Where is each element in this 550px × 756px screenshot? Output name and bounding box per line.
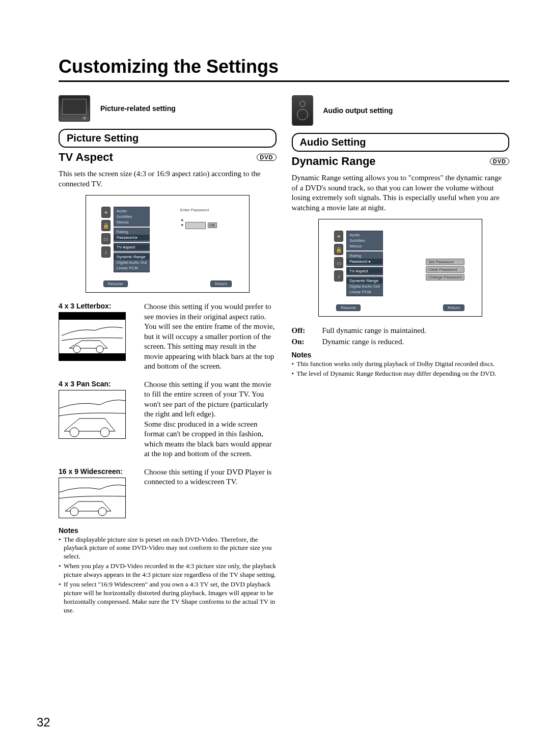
- osd-icon: ♪: [334, 270, 343, 282]
- osd-item: Digital Audio Out: [347, 284, 382, 289]
- osd-ok: OK: [208, 222, 217, 228]
- opt2-title: 4 x 3 Pan Scan:: [59, 380, 135, 388]
- letterbox-thumb: [59, 312, 126, 361]
- notes-left: The displayable picture size is preset o…: [59, 536, 277, 615]
- dynamic-range-heading: Dynamic Range: [292, 155, 376, 168]
- svg-point-5: [98, 508, 106, 516]
- osd-item: Audio: [347, 232, 382, 238]
- osd-item: Audio: [114, 208, 150, 214]
- osd-screenshot-left: ✦ 🔒 ▭ ♪ Audio Subtitles Menus: [86, 195, 250, 293]
- osd-item: Rating: [114, 229, 150, 235]
- osd-sub-item: Set Password: [426, 259, 464, 265]
- osd-item-selected: Password ▸: [347, 259, 382, 264]
- notes-right: This function works only during playback…: [292, 360, 510, 378]
- osd-icon: 🔒: [334, 244, 343, 255]
- osd-sub-item: Change Password: [426, 274, 464, 281]
- osd-icon: ♪: [101, 246, 111, 258]
- option-panscan: 4 x 3 Pan Scan: Choose this setting if y…: [59, 380, 277, 459]
- page-number: 32: [37, 715, 50, 730]
- tv-aspect-intro: This sets the screen size (4:3 or 16:9 a…: [59, 169, 277, 189]
- osd-item: Dynamic Range: [114, 254, 150, 260]
- notes-heading-right: Notes: [292, 351, 510, 359]
- option-widescreen: 16 x 9 Widescreen: Choose this setting i…: [59, 467, 277, 518]
- osd-item: Rating: [347, 253, 382, 259]
- osd-item: Menus: [114, 219, 150, 225]
- osd-icon: ▭: [334, 257, 343, 268]
- osd-icon: ✦: [334, 231, 343, 242]
- option-letterbox: 4 x 3 Letterbox: Choose this setting if …: [59, 302, 277, 372]
- widescreen-thumb: [59, 478, 126, 518]
- svg-point-4: [70, 508, 78, 516]
- osd-resume: Resume: [336, 304, 361, 311]
- def-off: Off:Full dynamic range is maintained.: [292, 326, 510, 336]
- osd-item: TV Aspect: [347, 268, 382, 274]
- note-item: When you play a DVD-Video recorded in th…: [59, 562, 277, 579]
- audio-caption: Audio output setting: [323, 106, 393, 115]
- osd-item: Dynamic Range: [347, 278, 382, 284]
- title-rule: [59, 80, 509, 82]
- tv-aspect-heading: TV Aspect: [59, 151, 113, 164]
- audio-setting-pill: Audio Setting: [292, 133, 510, 152]
- dvd-badge: DVD: [257, 154, 276, 161]
- notes-heading-left: Notes: [59, 526, 277, 535]
- right-column: Audio output setting Audio Setting Dynam…: [292, 95, 510, 616]
- opt1-text: Choose this setting if you would prefer …: [144, 302, 277, 372]
- svg-point-0: [73, 346, 80, 353]
- tv-icon: [59, 95, 90, 122]
- dynamic-range-intro: Dynamic Range setting allows you to "com…: [292, 173, 510, 213]
- osd-item: Linear PCM: [114, 265, 150, 271]
- osd-return: Return: [443, 304, 464, 311]
- picture-setting-pill: Picture Setting: [59, 129, 277, 148]
- osd-sub-item: Clear Password: [426, 266, 464, 273]
- note-item: If you select "16:9 Widescreen" and you …: [59, 580, 277, 615]
- osd-screenshot-right: ✦ 🔒 ▭ ♪ Audio Subtitles Menus: [318, 219, 482, 317]
- osd-icon: ✦: [101, 207, 111, 218]
- osd-item: Menus: [347, 243, 382, 249]
- osd-icon: ▭: [101, 233, 111, 244]
- osd-item: TV Aspect: [114, 244, 150, 250]
- note-item: The displayable picture size is preset o…: [59, 536, 277, 562]
- opt1-title: 4 x 3 Letterbox:: [59, 302, 135, 310]
- car-illustration: [59, 390, 125, 438]
- dvd-badge: DVD: [490, 158, 509, 165]
- panscan-thumb: [59, 390, 126, 439]
- osd-item: Linear PCM: [347, 289, 382, 295]
- osd-item: Subtitles: [347, 238, 382, 243]
- note-item: The level of Dynamic Range Reduction may…: [292, 370, 510, 378]
- osd-item: Subtitles: [114, 214, 150, 219]
- car-illustration: [59, 313, 125, 360]
- osd-resume: Resume: [103, 281, 128, 287]
- osd-item-selected: Password ▸: [114, 235, 150, 240]
- osd-password-box: [185, 222, 206, 229]
- svg-point-3: [100, 428, 109, 437]
- svg-point-2: [70, 428, 79, 437]
- left-column: Picture-related setting Picture Setting …: [59, 95, 277, 616]
- osd-item: Digital Audio Out: [114, 260, 150, 265]
- speaker-icon: [292, 95, 313, 126]
- page-title: Customizing the Settings: [59, 56, 509, 77]
- osd-enter-password: Enter Password: [180, 208, 217, 212]
- opt3-title: 16 x 9 Widescreen:: [59, 467, 135, 475]
- opt3-text: Choose this setting if your DVD Player i…: [144, 467, 277, 518]
- car-illustration: [59, 478, 125, 518]
- svg-point-1: [96, 346, 103, 353]
- note-item: This function works only during playback…: [292, 360, 510, 369]
- osd-return: Return: [210, 281, 232, 287]
- def-on: On:Dynamic range is reduced.: [292, 337, 510, 347]
- opt2-text: Choose this setting if you want the movi…: [144, 380, 277, 459]
- picture-caption: Picture-related setting: [100, 104, 176, 113]
- osd-icon: 🔒: [101, 220, 111, 231]
